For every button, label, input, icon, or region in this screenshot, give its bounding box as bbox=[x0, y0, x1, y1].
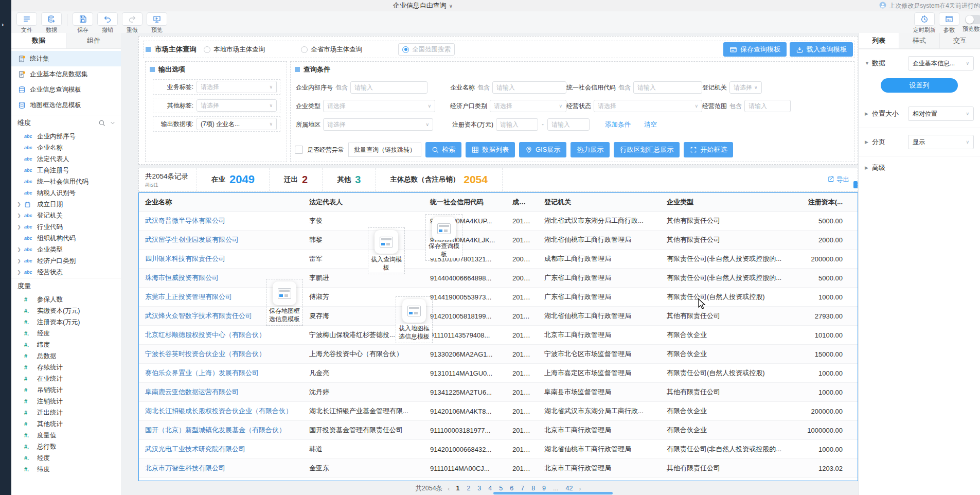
button-热力展示[interactable]: 热力展示 bbox=[571, 142, 610, 157]
measure-item-存续统计[interactable]: #存续统计 bbox=[11, 362, 121, 373]
set-columns-button[interactable]: 设置列 bbox=[881, 78, 958, 93]
column-header-企业名称[interactable]: 企业名称 bbox=[139, 198, 303, 207]
company-link[interactable]: 赛伯乐众界置业（上海）发展有限公司 bbox=[145, 369, 259, 377]
chevron-down-icon[interactable] bbox=[110, 120, 116, 126]
dimension-item-登记机关[interactable]: ❯abc登记机关 bbox=[11, 210, 121, 221]
company-link[interactable]: 湖北长江招银成长股权投资合伙企业（有限合伙） bbox=[145, 407, 292, 415]
output-field-select[interactable]: 请选择∨ bbox=[197, 99, 277, 112]
pagination-page-9[interactable]: 9 bbox=[541, 485, 547, 492]
horizontal-scrollbar-thumb[interactable] bbox=[493, 492, 613, 494]
condition-input-企业内部序号[interactable]: 请输入 bbox=[350, 81, 427, 94]
button-开始框选[interactable]: 开始框选 bbox=[684, 142, 733, 157]
properties-tab-样式[interactable]: 样式 bbox=[899, 33, 939, 48]
sidebar-tab-组件[interactable]: 组件 bbox=[66, 33, 121, 48]
search-icon[interactable] bbox=[98, 119, 105, 127]
measure-item-其他统计[interactable]: #其他统计 bbox=[11, 418, 121, 430]
dimension-item-企业内部序号[interactable]: abc企业内部序号 bbox=[11, 131, 121, 142]
pagination-page-3[interactable]: 3 bbox=[476, 485, 482, 492]
measure-item-注册资本(万元)[interactable]: #.注册资本(万元) bbox=[11, 316, 121, 328]
measure-item-经度[interactable]: #.经度 bbox=[11, 452, 121, 464]
toolbar-button-预览[interactable]: 预览 bbox=[145, 12, 169, 34]
company-link[interactable]: 北京红杉顺德股权投资中心（有限合伙） bbox=[145, 331, 265, 339]
chevron-right-icon[interactable]: › bbox=[2, 21, 4, 28]
dimension-item-成立日期[interactable]: ❯成立日期 bbox=[11, 199, 121, 210]
caret-right-icon[interactable]: ▶ bbox=[865, 111, 872, 116]
pagination-page-8[interactable]: 8 bbox=[530, 485, 536, 492]
dimension-item-经营状态[interactable]: ❯abc经营状态 bbox=[11, 267, 121, 278]
company-link[interactable]: 武汉奇普微半导体有限公司 bbox=[145, 217, 225, 224]
toolbar-button-参数[interactable]: X=参数 bbox=[937, 12, 961, 34]
pagination-prev[interactable]: ‹ bbox=[448, 485, 450, 492]
component-handle[interactable] bbox=[146, 47, 151, 52]
region-select[interactable]: 请选择∨ bbox=[323, 118, 433, 131]
condition-select-企业类型[interactable]: 请选择∨ bbox=[323, 100, 435, 112]
measure-item-总行数[interactable]: #.总行数 bbox=[11, 441, 121, 452]
output-field-select[interactable]: (7项) 企业名...∨ bbox=[197, 118, 277, 130]
expander-icon[interactable]: ❯ bbox=[16, 202, 22, 207]
abnormal-checkbox[interactable] bbox=[295, 146, 303, 154]
expander-icon[interactable]: ❯ bbox=[16, 224, 22, 229]
pagination-page-7[interactable]: 7 bbox=[520, 485, 525, 492]
condition-select-经营状态[interactable]: 请选择∨ bbox=[594, 100, 702, 112]
condition-select-登记机关[interactable]: 请选择∨ bbox=[729, 81, 762, 94]
measure-item-实缴资本(万元)[interactable]: #.实缴资本(万元) bbox=[11, 305, 121, 316]
sidebar-collapse-rail[interactable]: › bbox=[0, 0, 11, 495]
component-handle[interactable] bbox=[295, 67, 300, 72]
measure-item-纬度[interactable]: #.纬度 bbox=[11, 464, 121, 475]
measure-item-迁出统计[interactable]: #迁出统计 bbox=[11, 407, 121, 418]
dimension-item-工商注册号[interactable]: abc工商注册号 bbox=[11, 165, 121, 176]
sidebar-tab-数据[interactable]: 数据 bbox=[11, 33, 66, 48]
pagination-page-2[interactable]: 2 bbox=[466, 485, 471, 492]
properties-tab-交互[interactable]: 交互 bbox=[939, 33, 980, 48]
caret-right-icon[interactable]: ▶ bbox=[865, 139, 872, 145]
scope-radio-全国范围搜索[interactable]: 全国范围搜索 bbox=[398, 43, 455, 56]
button-GIS展示[interactable]: GIS展示 bbox=[519, 142, 566, 157]
floating-widget-保存查询模板[interactable]: 保存查询模板 bbox=[425, 214, 462, 261]
dimension-item-法定代表人[interactable]: abc法定代表人 bbox=[11, 153, 121, 165]
floating-widget-载入查询模板[interactable]: 载入查询模板 bbox=[368, 227, 405, 274]
company-link[interactable]: 阜南鹿云亚信数据运营有限公司 bbox=[145, 388, 239, 396]
scope-radio-全省市场主体查询[interactable]: 全省市场主体查询 bbox=[301, 45, 362, 54]
pagination-page-6[interactable]: 6 bbox=[509, 485, 514, 492]
caret-right-icon[interactable]: ▶ bbox=[865, 165, 872, 170]
dimension-item-统一社会信用代码[interactable]: abc统一社会信用代码 bbox=[11, 176, 121, 187]
batch-query-box[interactable]: 批量查询（链接跳转） bbox=[348, 143, 421, 157]
output-field-select[interactable]: 请选择∨ bbox=[197, 81, 277, 93]
export-button[interactable]: 导出 bbox=[827, 175, 849, 184]
properties-tab-列表[interactable]: 列表 bbox=[859, 33, 899, 48]
capital-min-input[interactable]: 请输入 bbox=[496, 118, 538, 131]
company-link[interactable]: 国开（北京）新型城镇化发展基金（有限合伙） bbox=[145, 426, 286, 434]
section-select-位置大小[interactable]: 相对位置∨ bbox=[908, 107, 974, 121]
dimension-item-组织机构代码[interactable]: abc组织机构代码 bbox=[11, 233, 121, 244]
vertical-scrollbar-thumb[interactable] bbox=[853, 181, 858, 188]
pagination-next[interactable]: › bbox=[579, 485, 581, 492]
condition-input-统一社会信用代码[interactable]: 请输入 bbox=[633, 81, 702, 94]
condition-input-经营范围[interactable]: 请输入 bbox=[744, 100, 791, 112]
dataset-item-地图框选信息模板[interactable]: 地图框选信息模板 bbox=[11, 97, 121, 113]
measure-item-纬度[interactable]: #.纬度 bbox=[11, 339, 121, 350]
component-handle[interactable] bbox=[150, 67, 155, 72]
column-header-法定代表人[interactable]: 法定代表人 bbox=[303, 198, 424, 207]
dimension-item-企业类型[interactable]: ❯abc企业类型 bbox=[11, 244, 121, 255]
company-link[interactable]: 武汉光电工业技术研究院有限公司 bbox=[145, 445, 245, 453]
column-header-统一社会信用代码[interactable]: 统一社会信用代码 bbox=[424, 198, 506, 207]
toolbar-button-撤销[interactable]: 撤销 bbox=[95, 12, 120, 34]
toolbar-button-保存[interactable]: 保存 bbox=[70, 12, 95, 34]
button-行政区划汇总展示[interactable]: 行政区划汇总展示 bbox=[614, 142, 680, 157]
section-select-分页[interactable]: 显示∨ bbox=[908, 135, 974, 149]
toolbar-button-预览数据[interactable]: 预览数据 bbox=[961, 12, 980, 33]
expander-icon[interactable]: ❯ bbox=[16, 270, 22, 275]
button-保存查询模板[interactable]: 保存查询模板 bbox=[723, 42, 787, 57]
measure-item-总数据[interactable]: #总数据 bbox=[11, 350, 121, 362]
floating-widget-载入地图框选信息模板[interactable]: 载入地图框选信息模板 bbox=[396, 296, 433, 343]
condition-input-企业名称[interactable]: 请输入 bbox=[492, 81, 566, 94]
dataset-select[interactable]: 企业基本信息... ∨ bbox=[908, 56, 974, 70]
company-link[interactable]: 珠海市恒威投资有限公司 bbox=[145, 274, 219, 281]
company-link[interactable]: 东莞市上正投资管理有限公司 bbox=[145, 293, 232, 300]
scope-radio-本地市场主体查询[interactable]: 本地市场主体查询 bbox=[204, 45, 265, 54]
expander-icon[interactable]: ❯ bbox=[16, 247, 22, 252]
dimension-item-纳税人识别号[interactable]: abc纳税人识别号 bbox=[11, 187, 121, 199]
dataset-item-统计集[interactable]: 统计集 bbox=[11, 51, 121, 66]
clear-link[interactable]: 清空 bbox=[642, 120, 657, 129]
toolbar-button-定时刷新[interactable]: 定时刷新 bbox=[912, 12, 937, 34]
